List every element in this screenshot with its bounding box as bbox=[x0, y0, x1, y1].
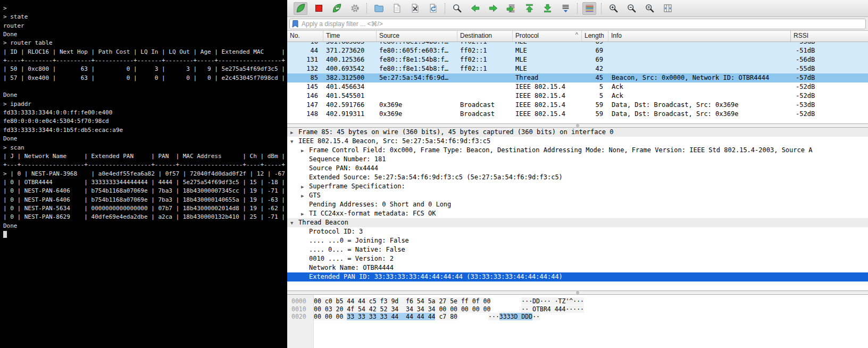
previous-packet-icon[interactable] bbox=[468, 2, 482, 15]
detail-row[interactable]: ▶Frame Control Field: 0xc000, Frame Type… bbox=[287, 146, 868, 155]
open-file-icon[interactable] bbox=[372, 2, 386, 15]
column-header-destination[interactable]: Destination bbox=[457, 31, 513, 42]
packet-cell-time: 402.919311 bbox=[323, 110, 377, 119]
detail-row[interactable]: ▼IEEE 802.15.4 Beacon, Src: 5e:27:5a:54:… bbox=[287, 137, 868, 146]
column-header-label: Time bbox=[326, 32, 340, 39]
hex-bytes: 00 c0 b5 44 44 c5 f3 9d f6 54 5a 27 5e f… bbox=[314, 297, 490, 305]
zoom-out-icon[interactable] bbox=[624, 2, 638, 15]
hex-offset: 0020 bbox=[291, 313, 314, 321]
packet-row[interactable]: 146401.545501IEEE 802.15.45Ack-52dB bbox=[287, 92, 868, 101]
hex-offset: 0010 bbox=[291, 305, 314, 313]
column-header-label: RSSI bbox=[794, 32, 808, 39]
detail-row[interactable]: Extended PAN ID: 33:33:33:33:44:44:44:44… bbox=[287, 272, 868, 281]
detail-row[interactable]: Extended Source: 5e:27:5a:54:f6:9d:f3:c5… bbox=[287, 173, 868, 182]
expander-down-icon[interactable]: ▼ bbox=[290, 219, 298, 227]
display-filter-box[interactable] bbox=[289, 19, 866, 29]
splitter-handle-icon bbox=[576, 124, 579, 127]
packet-list-header[interactable]: No.TimeSourceDestinationProtocol^LengthI… bbox=[287, 31, 868, 42]
detail-row[interactable]: Sequence Number: 181 bbox=[287, 155, 868, 164]
expander-right-icon[interactable]: ▶ bbox=[301, 146, 309, 155]
detail-row[interactable]: ▶Frame 85: 45 bytes on wire (360 bits), … bbox=[287, 128, 868, 137]
expander-right-icon[interactable]: ▶ bbox=[301, 192, 309, 200]
go-to-packet-icon[interactable] bbox=[504, 2, 518, 15]
detail-row[interactable]: 0010 .... = Version: 2 bbox=[287, 254, 868, 263]
colorize-packets-icon[interactable] bbox=[582, 2, 596, 15]
resize-columns-icon[interactable] bbox=[661, 2, 674, 15]
detail-row[interactable]: ▶Superframe Specification: bbox=[287, 182, 868, 191]
expander-right-icon[interactable]: ▶ bbox=[290, 128, 298, 137]
terminal-line: | 0 | NEST-PAN-6406 | b754b1168a07069e |… bbox=[3, 196, 287, 204]
packet-row[interactable]: 147402.5917660x369eBroadcastIEEE 802.15.… bbox=[287, 101, 868, 110]
column-header-no[interactable]: No. bbox=[287, 31, 323, 42]
column-header-length[interactable]: Length bbox=[582, 31, 608, 42]
packet-row[interactable]: 131400.125366fe80::f8e1:54b8:f…ff02::1ML… bbox=[287, 55, 868, 64]
capture-options-icon[interactable] bbox=[348, 2, 362, 15]
expander-right-icon[interactable]: ▶ bbox=[301, 210, 309, 218]
column-header-source[interactable]: Source bbox=[377, 31, 457, 42]
packet-cell-src: fe80::605f:e603:f… bbox=[377, 46, 457, 55]
column-header-protocol[interactable]: Protocol^ bbox=[513, 31, 582, 42]
detail-row[interactable]: Source PAN: 0x4444 bbox=[287, 164, 868, 173]
packet-bytes-pane: 000000 c0 b5 44 44 c5 f3 9d f6 54 5a 27 … bbox=[287, 295, 868, 348]
pane-splitter[interactable] bbox=[287, 123, 868, 128]
detail-row[interactable]: ▼Thread Beacon bbox=[287, 218, 868, 227]
packet-cell-src: fe80::f8e1:54b8:f… bbox=[377, 64, 457, 73]
save-file-icon[interactable] bbox=[390, 2, 404, 15]
reload-file-icon[interactable] bbox=[426, 2, 440, 15]
detail-row[interactable]: Pending Addresses: 0 Short and 0 Long bbox=[287, 200, 868, 209]
packet-row[interactable]: 145401.456634IEEE 802.15.45Ack-52dB bbox=[287, 82, 868, 92]
last-packet-icon[interactable] bbox=[540, 2, 554, 15]
zoom-in-icon[interactable] bbox=[606, 2, 620, 15]
packet-cell-time: 402.591766 bbox=[323, 101, 377, 110]
packet-row[interactable]: 16361.665863fe80::f8e1:54b8:f…ff02::1MLE… bbox=[287, 42, 868, 46]
terminal-line: > router table bbox=[3, 39, 287, 47]
packet-row[interactable]: 44371.273620fe80::605f:e603:f…ff02::1MLE… bbox=[287, 46, 868, 55]
detail-row[interactable]: Network Name: OTBR4444 bbox=[287, 263, 868, 272]
start-capture-icon[interactable] bbox=[294, 2, 307, 15]
next-packet-icon[interactable] bbox=[486, 2, 500, 15]
terminal-line: Done bbox=[3, 91, 287, 100]
packet-cell-rssi: -52dB bbox=[791, 82, 868, 92]
packet-cell-src: fe80::f8e1:54b8:f… bbox=[377, 42, 457, 46]
detail-row[interactable]: .... ...0 = Joining: False bbox=[287, 236, 868, 245]
packet-cell-rssi: -53dB bbox=[791, 42, 868, 46]
terminal-pane[interactable]: >> staterouterDone> router table| ID | R… bbox=[0, 0, 287, 348]
terminal-cursor-line bbox=[3, 230, 287, 239]
hex-row[interactable]: 000000 c0 b5 44 44 c5 f3 9d f6 54 5a 27 … bbox=[287, 297, 868, 305]
detail-row[interactable]: Protocol ID: 3 bbox=[287, 227, 868, 236]
pane-splitter[interactable] bbox=[287, 291, 868, 295]
packet-cell-proto: MLE bbox=[513, 46, 582, 55]
packet-cell-no: 132 bbox=[287, 64, 323, 73]
packet-row[interactable]: 85382.3125005e:27:5a:54:f6:9d…Thread45Be… bbox=[287, 73, 868, 82]
stop-capture-icon[interactable] bbox=[312, 2, 326, 15]
expander-down-icon[interactable]: ▼ bbox=[290, 137, 298, 146]
column-header-label: Protocol bbox=[515, 32, 539, 39]
column-header-time[interactable]: Time bbox=[323, 31, 377, 42]
expander-right-icon[interactable]: ▶ bbox=[301, 183, 309, 191]
bookmark-icon[interactable] bbox=[292, 20, 299, 28]
detail-row[interactable]: .... 0... = Native: False bbox=[287, 245, 868, 254]
zoom-reset-icon[interactable] bbox=[642, 2, 656, 15]
column-header-info[interactable]: Info bbox=[608, 31, 791, 42]
detail-text: Sequence Number: 181 bbox=[309, 155, 386, 163]
packet-row[interactable]: 148402.9193110x369eBroadcastIEEE 802.15.… bbox=[287, 110, 868, 119]
auto-scroll-icon[interactable] bbox=[558, 2, 572, 15]
first-packet-icon[interactable] bbox=[522, 2, 536, 15]
packet-row[interactable]: 132400.693542fe80::f8e1:54b8:f…ff02::1ML… bbox=[287, 64, 868, 73]
display-filter-input[interactable] bbox=[302, 20, 863, 28]
detail-row[interactable]: ▶TI CC24xx-format metadata: FCS OK bbox=[287, 209, 868, 218]
hex-row[interactable]: 002000 00 00 33 33 33 33 44 44 44 44 c7 … bbox=[287, 313, 868, 321]
terminal-line: Done bbox=[3, 135, 287, 143]
column-header-rssi[interactable]: RSSI bbox=[790, 31, 868, 42]
close-file-icon[interactable] bbox=[408, 2, 422, 15]
hex-bytes: 00 00 00 33 33 33 33 44 44 44 44 c7 80 bbox=[314, 313, 457, 320]
packet-cell-proto: IEEE 802.15.4 bbox=[513, 82, 582, 92]
detail-text: 0010 .... = Version: 2 bbox=[309, 255, 394, 262]
detail-text: Protocol ID: 3 bbox=[309, 228, 363, 235]
find-packet-icon[interactable] bbox=[450, 2, 464, 15]
hex-row[interactable]: 001000 03 20 4f 54 42 52 34 34 34 34 00 … bbox=[287, 305, 868, 313]
detail-row[interactable]: ▶GTS bbox=[287, 191, 868, 200]
terminal-line: > | 0 | NEST-PAN-3968 | a0e4edf55fea6a82… bbox=[3, 170, 287, 178]
hex-offset: 0000 bbox=[291, 297, 314, 305]
restart-capture-icon[interactable] bbox=[330, 2, 344, 15]
